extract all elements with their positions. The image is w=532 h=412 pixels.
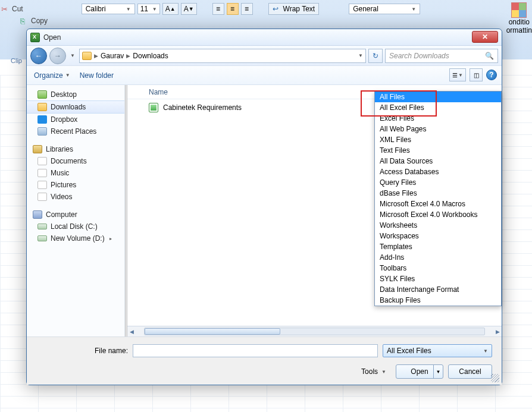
conditional-formatting-button[interactable]: onditio ormattin bbox=[506, 2, 532, 34]
copy-icon bbox=[20, 17, 29, 25]
cut-label[interactable]: Cut bbox=[12, 5, 23, 13]
filetype-option-workspaces[interactable]: Workspaces bbox=[375, 231, 501, 241]
drive-icon bbox=[37, 224, 47, 229]
file-type-selected: All Excel Files bbox=[387, 347, 431, 355]
chevron-down-icon: ▼ bbox=[381, 369, 386, 375]
organize-button[interactable]: Organize ▼ bbox=[34, 71, 70, 80]
copy-label[interactable]: Copy bbox=[31, 17, 48, 25]
filetype-option-sylk[interactable]: SYLK Files bbox=[375, 273, 501, 284]
chevron-down-icon: ▼ bbox=[126, 7, 131, 12]
file-type-dropdown[interactable]: All Excel Files ▼ bbox=[383, 344, 492, 357]
forward-button[interactable]: → bbox=[49, 48, 66, 64]
sidebar-header-libraries[interactable]: Libraries bbox=[27, 142, 124, 155]
list-icon: ☰ bbox=[452, 72, 458, 78]
file-name-input[interactable] bbox=[133, 344, 378, 357]
new-folder-button[interactable]: New folder bbox=[80, 71, 114, 80]
scroll-left-arrow[interactable]: ◀ bbox=[127, 326, 136, 336]
filetype-option-dif[interactable]: Data Interchange Format bbox=[375, 284, 501, 295]
open-dropdown-arrow[interactable]: ▼ bbox=[433, 365, 443, 378]
view-options-button[interactable]: ☰ ▼ bbox=[449, 68, 466, 81]
file-type-list: All Files All Excel Files Excel Files Al… bbox=[374, 91, 502, 306]
sidebar-label: Videos bbox=[51, 193, 72, 201]
font-dropdown[interactable]: Calibri ▼ bbox=[82, 4, 135, 14]
sidebar-label: Downloads bbox=[51, 103, 86, 111]
sidebar-item-new-vol-d[interactable]: New Volume (D:)▸ bbox=[27, 232, 124, 244]
chevron-down-icon[interactable]: ▼ bbox=[358, 53, 363, 58]
filetype-option-worksheets[interactable]: Worksheets bbox=[375, 220, 501, 231]
scroll-thumb[interactable] bbox=[145, 328, 280, 335]
sidebar-item-music[interactable]: Music bbox=[27, 167, 124, 179]
resize-grip[interactable] bbox=[491, 374, 499, 382]
preview-pane-button[interactable]: ◫ bbox=[470, 68, 483, 81]
clipboard-section-label: Clip bbox=[11, 57, 22, 64]
filetype-option-addins[interactable]: Add-Ins bbox=[375, 252, 501, 263]
open-button[interactable]: Open ▼ bbox=[396, 364, 443, 379]
filetype-option-all-files[interactable]: All Files bbox=[375, 92, 501, 102]
filetype-option-text[interactable]: Text Files bbox=[375, 145, 501, 156]
filetype-option-all-web[interactable]: All Web Pages bbox=[375, 124, 501, 134]
sidebar-header-computer[interactable]: Computer bbox=[27, 207, 124, 221]
chevron-right-icon: ▶ bbox=[126, 53, 130, 59]
filetype-option-toolbars[interactable]: Toolbars bbox=[375, 263, 501, 273]
documents-icon bbox=[37, 157, 47, 165]
filetype-option-workbooks[interactable]: Microsoft Excel 4.0 Workbooks bbox=[375, 209, 501, 220]
sidebar-label: Documents bbox=[51, 157, 87, 165]
history-dropdown[interactable]: ▼ bbox=[68, 48, 77, 64]
scroll-right-arrow[interactable]: ▶ bbox=[493, 326, 502, 336]
cut-icon bbox=[1, 5, 10, 13]
wrap-text-button[interactable]: Wrap Text bbox=[268, 3, 320, 15]
filetype-option-backup[interactable]: Backup Files bbox=[375, 295, 501, 306]
font-size-dropdown[interactable]: 11 ▼ bbox=[137, 4, 160, 14]
align-right-button[interactable]: ≡ bbox=[241, 3, 253, 15]
sidebar-item-recent[interactable]: Recent Places bbox=[27, 125, 124, 137]
chevron-down-icon: ▼ bbox=[458, 73, 463, 78]
dropbox-icon bbox=[37, 115, 47, 124]
filetype-option-access[interactable]: Access Databases bbox=[375, 166, 501, 177]
excel-icon bbox=[30, 33, 40, 42]
filetype-option-macros[interactable]: Microsoft Excel 4.0 Macros bbox=[375, 199, 501, 209]
horizontal-scrollbar[interactable]: ◀ ▶ bbox=[127, 326, 502, 336]
search-icon: 🔍 bbox=[485, 52, 494, 60]
back-button[interactable]: ← bbox=[30, 48, 47, 64]
cancel-button[interactable]: Cancel bbox=[448, 364, 492, 379]
align-center-button[interactable]: ≡ bbox=[227, 3, 239, 15]
help-button[interactable]: ? bbox=[486, 70, 497, 80]
filetype-option-excel-files[interactable]: Excel Files bbox=[375, 113, 501, 124]
filetype-option-all-excel[interactable]: All Excel Files bbox=[375, 102, 501, 113]
filetype-option-templates[interactable]: Templates bbox=[375, 241, 501, 252]
music-icon bbox=[37, 169, 47, 177]
sidebar-label: Music bbox=[51, 169, 69, 177]
number-format-dropdown[interactable]: General ▼ bbox=[349, 4, 420, 14]
sidebar-item-videos[interactable]: Videos bbox=[27, 191, 124, 203]
scroll-track[interactable] bbox=[144, 328, 485, 335]
filetype-option-all-data[interactable]: All Data Sources bbox=[375, 156, 501, 166]
font-name: Calibri bbox=[86, 5, 106, 13]
drive-icon bbox=[37, 235, 47, 241]
dialog-titlebar[interactable]: Open ✕ bbox=[27, 29, 502, 46]
sidebar-item-dropbox[interactable]: Dropbox bbox=[27, 114, 124, 125]
breadcrumb-folder[interactable]: Downloads bbox=[133, 52, 168, 60]
address-bar[interactable]: ▶ Gaurav ▶ Downloads ▼ bbox=[79, 49, 366, 63]
chevron-right-icon: ▸ bbox=[109, 236, 112, 241]
decrease-font-button[interactable]: A▼ bbox=[181, 3, 197, 15]
filetype-option-query[interactable]: Query Files bbox=[375, 177, 501, 188]
close-button[interactable]: ✕ bbox=[472, 31, 498, 43]
filetype-option-dbase[interactable]: dBase Files bbox=[375, 188, 501, 199]
filetype-option-xml[interactable]: XML Files bbox=[375, 134, 501, 145]
wrap-icon bbox=[273, 5, 281, 13]
search-input[interactable]: Search Downloads 🔍 bbox=[385, 49, 498, 63]
tools-label: Tools bbox=[361, 367, 378, 376]
sidebar-item-pictures[interactable]: Pictures bbox=[27, 179, 124, 191]
sidebar-item-local-c[interactable]: Local Disk (C:) bbox=[27, 221, 124, 232]
refresh-button[interactable]: ↻ bbox=[368, 49, 383, 63]
cond-label-2: ormattin bbox=[506, 26, 532, 34]
sidebar-item-downloads[interactable]: Downloads bbox=[27, 100, 124, 114]
sidebar-label: Libraries bbox=[46, 145, 73, 153]
sidebar-item-desktop[interactable]: Desktop bbox=[27, 89, 124, 100]
breadcrumb-user[interactable]: Gaurav bbox=[101, 52, 124, 60]
align-left-button[interactable]: ≡ bbox=[212, 3, 224, 15]
increase-font-button[interactable]: A▲ bbox=[162, 3, 179, 15]
sidebar-item-documents[interactable]: Documents bbox=[27, 155, 124, 167]
tools-button[interactable]: Tools ▼ bbox=[356, 367, 391, 376]
open-file-dialog: Open ✕ ← → ▼ ▶ Gaurav ▶ Downloads ▼ ↻ Se… bbox=[26, 29, 502, 385]
